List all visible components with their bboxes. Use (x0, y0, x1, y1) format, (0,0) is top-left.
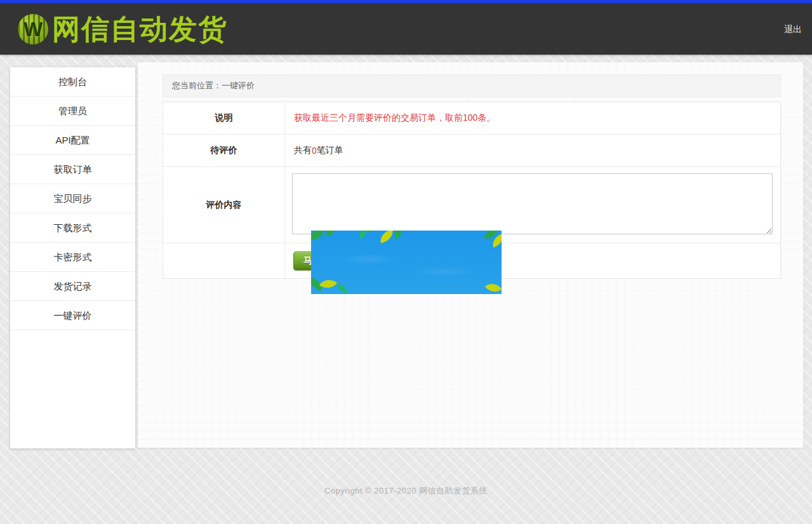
sidebar-item-ship-records[interactable]: 发货记录 (10, 272, 135, 301)
copyright-footer: Copyright © 2017-2020 网信自助发货系统 (0, 485, 812, 497)
app-title: 网信自动发货 (52, 13, 227, 46)
sidebar-item-one-key-review[interactable]: 一键评价 (10, 301, 135, 330)
accent-top-bar (0, 0, 812, 3)
sidebar-item-cardkey-mode[interactable]: 卡密形式 (10, 243, 135, 272)
pending-label: 待评价 (163, 135, 285, 166)
review-content-label: 评价内容 (163, 167, 285, 243)
sidebar-item-admin[interactable]: 管理员 (10, 97, 135, 126)
breadcrumb: 您当前位置：一键评价 (163, 74, 781, 97)
sidebar-item-console[interactable]: 控制台 (10, 67, 135, 97)
sidebar-menu: 控制台 管理员 API配置 获取订单 宝贝同步 下载形式 卡密形式 发货记录 一… (10, 67, 135, 448)
leaf-icon (485, 279, 502, 294)
promo-overlay-image (311, 231, 502, 294)
pending-count-prefix: 共有 (294, 145, 312, 156)
table-row-explain: 说明 获取最近三个月需要评价的交易订单，取前100条。 (163, 102, 780, 135)
leaf-icon (366, 231, 378, 235)
leaf-icon (326, 231, 337, 237)
sidebar-item-get-orders[interactable]: 获取订单 (10, 155, 135, 184)
table-row-pending: 待评价 共有 0 笔订单 (163, 135, 780, 167)
explain-label: 说明 (163, 102, 285, 134)
app-logo[interactable]: W 网信自动发货 (18, 13, 227, 46)
review-content-textarea[interactable] (292, 173, 773, 234)
sidebar-item-api-config[interactable]: API配置 (10, 126, 135, 155)
leaf-icon (336, 284, 349, 293)
logout-link[interactable]: 退出 (784, 24, 802, 36)
leaf-icon (379, 231, 395, 243)
action-label-empty (163, 243, 285, 278)
pending-count-suffix: 笔订单 (317, 145, 343, 156)
sidebar-item-download-mode[interactable]: 下载形式 (10, 213, 135, 243)
pending-count-value: 0 (312, 145, 317, 156)
leaf-icon (319, 276, 337, 293)
logo-w-icon: W (18, 14, 48, 44)
leaf-icon (392, 231, 405, 239)
sidebar-item-item-sync[interactable]: 宝贝同步 (10, 184, 135, 213)
app-header: W 网信自动发货 退出 (0, 3, 812, 55)
explain-text: 获取最近三个月需要评价的交易订单，取前100条。 (294, 112, 495, 124)
leaf-icon (311, 231, 326, 245)
